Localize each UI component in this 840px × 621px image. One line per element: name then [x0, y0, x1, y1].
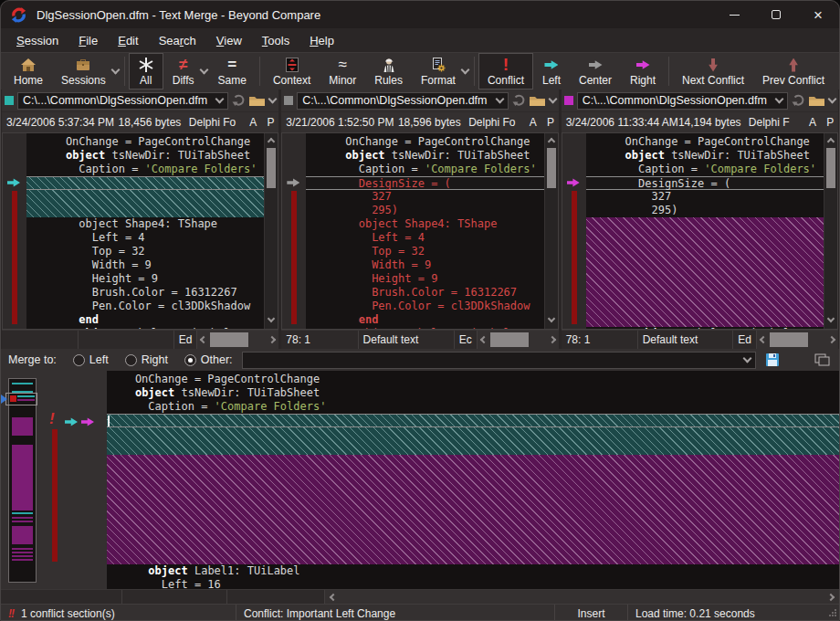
toolbar-diffs-button[interactable]: ≠Diffs — [163, 53, 204, 89]
maximize-button[interactable] — [755, 1, 797, 28]
minimize-button[interactable] — [713, 1, 755, 28]
scroll-right-icon[interactable] — [268, 336, 276, 343]
code-line: Left = 4 — [26, 231, 264, 245]
reload-file-button[interactable] — [792, 94, 804, 107]
toolbar-context-button[interactable]: Context — [264, 53, 320, 89]
toolbar-minor-button[interactable]: ≈Minor — [320, 53, 365, 89]
right-file-path-combobox[interactable]: C:\...\Common\DlgSessionOpen.dfm — [577, 92, 788, 110]
toolbar-format-button[interactable]: Format — [412, 53, 465, 89]
merge-to-right-radio[interactable]: Right — [125, 353, 168, 366]
editor-gutter — [562, 133, 586, 329]
scroll-up-icon[interactable] — [827, 138, 835, 145]
merge-output-pane[interactable]: ! OnChange = PageControlChange object ts… — [1, 371, 839, 589]
scroll-down-icon[interactable] — [827, 315, 835, 322]
center-file-path-combobox[interactable]: C:\...\Common\DlgSessionOpen.dfm — [297, 92, 508, 110]
toolbar-left-button[interactable]: Left — [533, 53, 570, 89]
toolbar-conflict-button[interactable]: !Conflict — [478, 53, 533, 89]
chevron-down-icon[interactable] — [548, 95, 557, 104]
radio-icon[interactable] — [184, 354, 196, 366]
scroll-left-icon[interactable] — [760, 336, 767, 343]
vertical-scrollbar[interactable] — [544, 133, 558, 329]
toolbar-right-button[interactable]: Right — [621, 53, 665, 89]
toolbar-center-button[interactable]: Center — [570, 53, 621, 89]
toolbar-same-button[interactable]: =Same — [209, 53, 256, 89]
toolbar-rules-button[interactable]: Rules — [365, 53, 412, 89]
reload-file-button[interactable] — [232, 94, 245, 107]
menu-session[interactable]: Session — [6, 31, 68, 50]
chevron-down-icon[interactable] — [495, 95, 504, 104]
menu-view[interactable]: View — [206, 31, 252, 50]
menu-file[interactable]: File — [68, 31, 108, 50]
horizontal-scrollbar[interactable] — [756, 331, 838, 349]
chevron-down-icon[interactable] — [743, 354, 752, 363]
merge-output-combobox[interactable] — [242, 352, 756, 369]
overview-conflict-mark — [10, 395, 16, 402]
section-arrow-icon[interactable] — [567, 178, 580, 187]
scrollbar-thumb[interactable] — [547, 148, 556, 188]
radio-icon[interactable] — [125, 354, 137, 366]
scrollbar-thumb[interactable] — [490, 332, 529, 347]
scrollbar-thumb[interactable] — [826, 148, 835, 188]
scroll-up-icon[interactable] — [268, 138, 275, 145]
take-right-arrow-icon[interactable] — [81, 417, 94, 426]
section-arrow-icon[interactable] — [7, 178, 20, 187]
toolbar-all-button[interactable]: All — [129, 53, 163, 89]
scroll-down-icon[interactable] — [547, 315, 554, 322]
scroll-right-icon[interactable] — [828, 336, 835, 343]
scroll-left-icon[interactable] — [200, 336, 207, 343]
text-cursor — [108, 416, 110, 426]
chevron-down-icon[interactable] — [775, 95, 784, 104]
left-file-path-combobox[interactable]: C:\...\Common\DlgSessionOpen.dfm — [17, 92, 228, 110]
center-editor[interactable]: OnChange = PageControlChange object tsNe… — [281, 132, 558, 330]
scrollbar-thumb[interactable] — [770, 332, 808, 347]
scrollbar-thumb[interactable] — [210, 332, 248, 347]
toolbar-home-button[interactable]: Home — [5, 53, 52, 89]
menu-tools[interactable]: Tools — [252, 31, 299, 50]
code-line: end — [306, 313, 543, 327]
vertical-scrollbar[interactable] — [264, 133, 278, 329]
vertical-scrollbar[interactable] — [824, 133, 837, 329]
section-arrow-icon[interactable] — [287, 178, 299, 187]
file-path: C:\...\Common\DlgSessionOpen.dfm — [302, 94, 492, 107]
menu-edit[interactable]: Edit — [108, 31, 148, 50]
toolbar-next-conflict-button[interactable]: Next Conflict — [673, 53, 753, 89]
browse-folder-button[interactable] — [529, 94, 546, 107]
toolbar-prev-conflict-button[interactable]: Prev Conflict — [753, 53, 834, 89]
reload-file-button[interactable] — [512, 94, 525, 107]
code-line: Pen.Color = cl3DDkShadow — [26, 300, 264, 313]
scroll-right-icon[interactable] — [827, 594, 835, 601]
take-left-arrow-icon[interactable] — [65, 417, 78, 426]
menu-search[interactable]: Search — [149, 31, 206, 50]
pane-layout-button[interactable] — [813, 352, 832, 369]
horizontal-scrollbar[interactable] — [196, 331, 278, 349]
scroll-left-icon[interactable] — [330, 594, 337, 601]
overview-map[interactable] — [8, 378, 37, 583]
browse-folder-button[interactable] — [808, 94, 825, 107]
save-button[interactable] — [763, 351, 782, 369]
scroll-down-icon[interactable] — [268, 315, 275, 322]
scrollbar-thumb[interactable] — [267, 148, 276, 188]
toolbar-sessions-button[interactable]: Sessions — [52, 53, 115, 89]
resize-grip[interactable] — [828, 607, 837, 620]
chevron-down-icon[interactable] — [268, 95, 278, 104]
merge-editor[interactable]: OnChange = PageControlChange object tsNe… — [107, 371, 839, 589]
missing-lines-left-hatch — [26, 190, 264, 217]
menu-help[interactable]: Help — [299, 31, 344, 50]
chevron-down-icon[interactable] — [828, 95, 837, 104]
horizontal-scrollbar[interactable] — [477, 331, 559, 349]
merge-to-other-radio[interactable]: Other: — [184, 353, 233, 366]
scroll-left-icon[interactable] — [479, 336, 487, 343]
overview-block — [12, 526, 33, 544]
scroll-right-icon[interactable] — [548, 336, 555, 343]
radio-icon[interactable] — [73, 354, 85, 366]
right-editor[interactable]: OnChange = PageControlChange object tsNe… — [562, 132, 838, 330]
scroll-up-icon[interactable] — [547, 138, 554, 145]
left-editor[interactable]: OnChange = PageControlChange object tsNe… — [2, 132, 278, 330]
merge-to-left-radio[interactable]: Left — [73, 353, 109, 366]
merge-horizontal-scrollbar[interactable] — [325, 590, 839, 604]
chevron-down-icon[interactable] — [215, 95, 225, 104]
browse-folder-button[interactable] — [248, 94, 266, 107]
ruleset-name: Default text — [359, 331, 455, 349]
overview-block — [12, 548, 33, 550]
close-button[interactable]: × — [797, 1, 839, 28]
